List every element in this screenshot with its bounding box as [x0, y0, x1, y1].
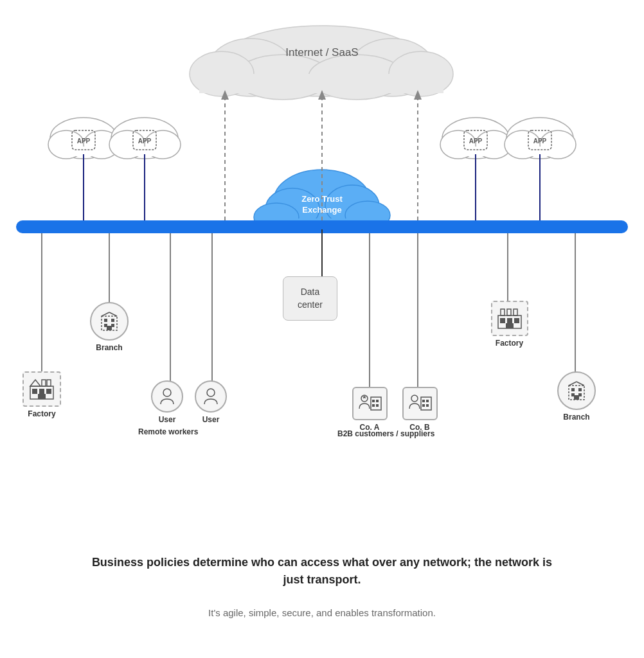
branch-left-node: Branch	[84, 302, 135, 352]
svg-line-87	[577, 382, 584, 386]
svg-rect-53	[32, 389, 37, 394]
svg-rect-64	[372, 404, 375, 407]
factory-left-node: Factory	[13, 371, 71, 418]
svg-rect-79	[506, 323, 514, 328]
svg-rect-51	[42, 380, 46, 386]
svg-rect-62	[372, 400, 375, 402]
co-a-icon	[352, 387, 388, 420]
svg-line-86	[569, 382, 577, 386]
svg-rect-82	[578, 388, 582, 391]
svg-rect-56	[38, 394, 46, 399]
svg-marker-50	[30, 380, 40, 386]
svg-rect-76	[500, 318, 505, 323]
branch-right-node: Branch	[551, 371, 602, 422]
svg-line-47	[102, 312, 109, 316]
svg-rect-55	[46, 389, 51, 394]
svg-point-58	[207, 389, 215, 396]
svg-text:APP: APP	[138, 138, 152, 145]
co-b-icon	[402, 387, 438, 420]
svg-rect-43	[111, 319, 114, 322]
user1-node: User	[148, 380, 186, 424]
svg-point-66	[411, 395, 418, 402]
svg-rect-78	[514, 318, 519, 323]
bottom-text-bold: Business policies determine who can acce…	[91, 554, 553, 589]
svg-rect-71	[426, 404, 429, 407]
bottom-text-light: It's agile, simple, secure, and enables …	[208, 607, 436, 618]
internet-cloud	[190, 26, 453, 100]
svg-rect-54	[39, 389, 44, 394]
svg-line-48	[109, 312, 117, 316]
svg-rect-74	[507, 309, 511, 316]
b2b-label: B2B customers / suppliers	[337, 429, 434, 438]
svg-rect-70	[422, 404, 425, 407]
svg-rect-81	[571, 388, 575, 391]
user2-node: User	[192, 380, 230, 424]
svg-rect-68	[422, 400, 425, 402]
svg-text:APP: APP	[533, 138, 547, 145]
svg-text:APP: APP	[77, 138, 91, 145]
factory-right-label: Factory	[485, 339, 533, 348]
svg-rect-63	[376, 400, 379, 402]
branch-right-icon	[557, 371, 596, 410]
remote-workers-label: Remote workers	[138, 427, 198, 436]
svg-rect-67	[421, 397, 431, 410]
factory-left-icon	[22, 371, 61, 407]
svg-rect-73	[501, 309, 505, 316]
datacenter-box: Datacenter	[283, 276, 337, 321]
svg-point-57	[163, 389, 171, 396]
factory-right-node: Factory	[485, 301, 533, 348]
branch-left-icon	[90, 302, 129, 341]
factory-left-label: Factory	[13, 409, 71, 418]
user1-label: User	[148, 415, 186, 424]
branch-left-label: Branch	[84, 343, 135, 352]
user2-icon	[195, 380, 227, 413]
factory-right-icon	[491, 301, 528, 336]
svg-rect-65	[376, 404, 379, 407]
svg-rect-75	[514, 309, 517, 316]
svg-text:APP: APP	[469, 138, 483, 145]
internet-label: Internet / SaaS	[285, 46, 358, 59]
zte-label: Zero TrustExchange	[301, 194, 343, 216]
svg-rect-77	[507, 318, 512, 323]
svg-rect-85	[574, 395, 579, 400]
diagram: APP APP APP APP Internet / SaaS Zero Tru…	[0, 0, 644, 658]
co-a-node: Co. A	[347, 387, 392, 432]
svg-rect-46	[107, 326, 112, 330]
svg-rect-52	[47, 380, 51, 386]
svg-rect-61	[371, 397, 381, 410]
svg-rect-42	[104, 319, 107, 322]
user2-label: User	[192, 415, 230, 424]
branch-right-label: Branch	[551, 413, 602, 422]
co-b-node: Co. B	[397, 387, 442, 432]
svg-rect-69	[426, 400, 429, 402]
svg-rect-7	[199, 74, 443, 93]
user1-icon	[151, 380, 183, 413]
